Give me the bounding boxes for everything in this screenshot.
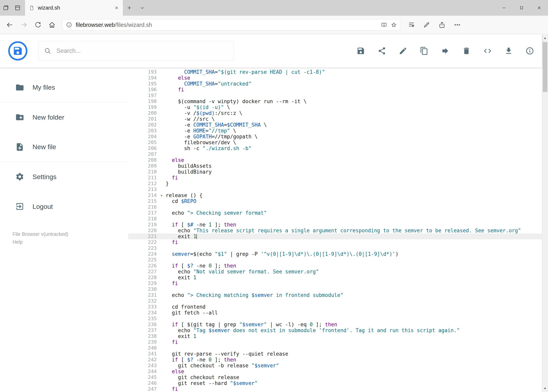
code-line-212[interactable]: 212} (128, 181, 542, 187)
code-line-227[interactable]: 227 echo "Not valid semver format. See s… (128, 269, 542, 275)
code-line-236[interactable]: 236 if [ $(git tag | grep "$semver" | wc… (128, 322, 542, 327)
code-line-219[interactable]: 219 if [ $# -ne 1 ]; then (128, 222, 542, 228)
code-line-218[interactable]: 218 (128, 216, 542, 222)
code-line-214[interactable]: 214▾release () { (128, 192, 542, 198)
code-line-194[interactable]: 194 else (128, 75, 542, 81)
maximize-button[interactable] (513, 0, 530, 16)
new-tab-button[interactable] (123, 0, 136, 16)
page-scrollbar[interactable]: ▲ ▼ (542, 34, 548, 392)
back-button[interactable] (3, 18, 17, 32)
browser-tab[interactable]: wizard.sh (25, 0, 123, 16)
copy-button[interactable] (420, 47, 429, 55)
code-line-240[interactable]: 240 (128, 345, 542, 351)
code-line-244[interactable]: 244 else (128, 369, 542, 374)
code-editor[interactable]: 193 COMMIT_SHA="$(git rev-parse HEAD | c… (128, 68, 542, 392)
search-input[interactable] (56, 47, 228, 54)
forward-button[interactable] (17, 18, 31, 32)
favorite-star-icon[interactable] (391, 22, 397, 28)
code-line-242[interactable]: 242 if [ $? -ne 0 ]; then (128, 357, 542, 363)
code-line-221[interactable]: 221 exit 1 (128, 233, 542, 239)
code-line-231[interactable]: 231 echo "> Checking matching $semver in… (128, 292, 542, 298)
code-line-199[interactable]: 199 -u "$(id -u)" \ (128, 104, 542, 110)
code-line-200[interactable]: 200 -v /$(pwd):/src:z \ (128, 110, 542, 116)
code-line-224[interactable]: 224 semver=$(echo "$1" | grep -P '^v(0|[… (128, 251, 542, 257)
code-line-243[interactable]: 243 git checkout -b release "$semver" (128, 363, 542, 369)
site-info-icon[interactable] (66, 22, 72, 28)
code-line-210[interactable]: 210 buildBinary (128, 169, 542, 175)
code-line-205[interactable]: 205 filebrowser/dev \ (128, 140, 542, 145)
code-line-207[interactable]: 207 (128, 151, 542, 157)
code-line-203[interactable]: 203 -e HOME="//tmp" \ (128, 128, 542, 134)
code-line-196[interactable]: 196 fi (128, 87, 542, 93)
code-line-213[interactable]: 213 (128, 187, 542, 192)
code-line-247[interactable]: 247 fi (128, 386, 542, 392)
sidebar-item-logout[interactable]: Logout (0, 192, 128, 221)
code-line-228[interactable]: 228 exit 1 (128, 275, 542, 280)
code-line-206[interactable]: 206 sh -c "./wizard.sh -b" (128, 145, 542, 151)
tabs-set-aside-button[interactable] (12, 0, 23, 16)
share-button[interactable] (434, 18, 450, 32)
scroll-up-arrow[interactable]: ▲ (542, 34, 548, 41)
code-line-195[interactable]: 195 COMMIT_SHA="untracked" (128, 81, 542, 87)
hub-button[interactable] (404, 18, 419, 32)
code-line-233[interactable]: 233 cd frontend (128, 304, 542, 310)
code-line-222[interactable]: 222 fi (128, 239, 542, 245)
share-file-button[interactable] (378, 47, 386, 55)
code-line-216[interactable]: 216 (128, 204, 542, 210)
set-tabs-aside-button[interactable] (0, 0, 12, 16)
code-line-198[interactable]: 198 $(command -v winpty) docker run --rm… (128, 98, 542, 104)
code-line-232[interactable]: 232 (128, 298, 542, 304)
sidebar-item-new-file[interactable]: New file (0, 132, 128, 162)
minimize-button[interactable] (495, 0, 513, 16)
info-button[interactable] (526, 47, 534, 55)
code-line-234[interactable]: 234 git fetch --all (128, 310, 542, 316)
refresh-button[interactable] (31, 18, 45, 32)
reading-view-icon[interactable] (381, 22, 387, 28)
more-options-button[interactable] (450, 18, 465, 32)
sidebar-item-settings[interactable]: Settings (0, 162, 128, 192)
code-line-235[interactable]: 235 (128, 316, 542, 322)
search-box[interactable] (38, 41, 234, 61)
code-line-215[interactable]: 215 cd $REPO (128, 198, 542, 204)
code-line-211[interactable]: 211 fi (128, 175, 542, 181)
code-line-238[interactable]: 238 exit 1 (128, 333, 542, 339)
code-line-225[interactable]: 225 (128, 257, 542, 263)
code-line-241[interactable]: 241 git rev-parse --verify --quiet relea… (128, 351, 542, 357)
tab-close-icon[interactable] (114, 6, 119, 10)
code-line-201[interactable]: 201 -w //src \ (128, 116, 542, 122)
download-button[interactable] (504, 47, 513, 55)
code-line-223[interactable]: 223 (128, 245, 542, 251)
code-line-197[interactable]: 197 (128, 93, 542, 98)
scrollbar-thumb[interactable] (543, 42, 548, 92)
code-line-230[interactable]: 230 (128, 286, 542, 292)
web-notes-button[interactable] (419, 18, 434, 32)
close-button[interactable] (530, 0, 548, 16)
code-line-193[interactable]: 193 COMMIT_SHA="$(git rev-parse HEAD | c… (128, 69, 542, 75)
home-button[interactable] (45, 18, 59, 32)
code-line-202[interactable]: 202 -e COMMIT_SHA=$COMMIT_SHA \ (128, 122, 542, 128)
help-link[interactable]: Help (13, 238, 22, 246)
code-line-209[interactable]: 209 buildAssets (128, 163, 542, 169)
code-line-246[interactable]: 246 git reset --hard "$semver" (128, 380, 542, 386)
code-line-220[interactable]: 220 echo "This release script requires a… (128, 228, 542, 233)
code-line-229[interactable]: 229 fi (128, 280, 542, 286)
tab-preview-toggle[interactable] (136, 0, 149, 16)
switch-view-button[interactable] (483, 47, 492, 55)
address-bar[interactable]: filebrowser.web/files/wizard.sh (62, 19, 401, 30)
save-button[interactable] (356, 47, 365, 55)
code-line-237[interactable]: 237 echo "Tag $semver does not exist in … (128, 327, 542, 333)
code-line-245[interactable]: 245 git checkout release (128, 374, 542, 380)
scroll-down-arrow[interactable]: ▼ (542, 385, 548, 392)
move-button[interactable] (441, 47, 450, 55)
code-line-226[interactable]: 226 if [ $? -ne 0 ]; then (128, 263, 542, 269)
code-line-239[interactable]: 239 fi (128, 339, 542, 345)
sidebar-item-new-folder[interactable]: New folder (0, 102, 128, 132)
rename-button[interactable] (399, 47, 407, 55)
code-line-208[interactable]: 208 else (128, 157, 542, 163)
filebrowser-logo[interactable] (8, 41, 28, 61)
fold-marker-icon[interactable]: ▾ (158, 192, 166, 198)
code-line-217[interactable]: 217 echo "> Checking semver format" (128, 210, 542, 216)
delete-button[interactable] (462, 47, 471, 55)
sidebar-item-my-files[interactable]: My files (0, 73, 128, 102)
code-line-204[interactable]: 204 -e GOPATH=//tmp/gopath \ (128, 134, 542, 140)
